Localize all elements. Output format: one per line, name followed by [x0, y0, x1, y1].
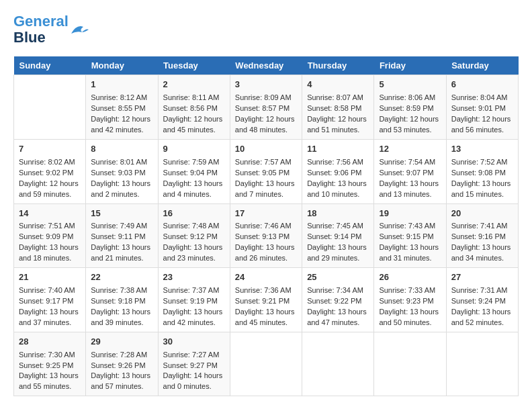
day-info-line: Daylight: 12 hours [307, 114, 369, 125]
calendar-cell: 26Sunrise: 7:33 AMSunset: 9:23 PMDayligh… [374, 268, 446, 332]
day-info-line: and 45 minutes. [235, 318, 297, 328]
day-number: 19 [379, 208, 441, 220]
day-info-line: Sunset: 9:12 PM [163, 232, 225, 242]
day-info-line: Daylight: 13 hours [19, 307, 81, 318]
day-info-line: Sunrise: 8:02 AM [19, 157, 81, 168]
day-number: 6 [451, 79, 513, 91]
day-info-line: Daylight: 13 hours [451, 179, 513, 189]
calendar-header-row: SundayMondayTuesdayWednesdayThursdayFrid… [14, 56, 519, 75]
day-info-line: and 42 minutes. [91, 125, 152, 136]
day-info-line: Daylight: 13 hours [91, 179, 152, 189]
day-info-line: and 2 minutes. [91, 189, 152, 200]
day-info-line: and 23 minutes. [163, 253, 225, 264]
day-info-line: and 37 minutes. [19, 318, 81, 328]
day-info-line: and 7 minutes. [235, 189, 297, 200]
calendar-cell: 16Sunrise: 7:48 AMSunset: 9:12 PMDayligh… [158, 203, 230, 268]
day-number: 3 [235, 79, 297, 91]
day-header-wednesday: Wednesday [230, 56, 302, 75]
day-info-line: Sunrise: 8:09 AM [235, 93, 297, 103]
calendar-cell: 15Sunrise: 7:49 AMSunset: 9:11 PMDayligh… [86, 203, 158, 268]
day-info-line: Sunset: 9:23 PM [379, 296, 441, 307]
day-info-line: and 51 minutes. [307, 125, 369, 136]
day-info-line: and 55 minutes. [19, 381, 81, 392]
day-info-line: Sunrise: 8:01 AM [91, 157, 152, 168]
calendar-cell: 7Sunrise: 8:02 AMSunset: 9:02 PMDaylight… [14, 139, 86, 203]
calendar-cell: 28Sunrise: 7:30 AMSunset: 9:25 PMDayligh… [14, 332, 86, 396]
day-info-line: Sunrise: 7:33 AM [379, 285, 441, 296]
calendar-cell [374, 332, 446, 396]
calendar-week-row: 14Sunrise: 7:51 AMSunset: 9:09 PMDayligh… [14, 203, 519, 268]
day-number: 28 [19, 336, 81, 349]
day-info-line: Sunrise: 7:52 AM [451, 157, 513, 168]
day-number: 29 [91, 336, 152, 349]
calendar-cell: 30Sunrise: 7:27 AMSunset: 9:27 PMDayligh… [158, 332, 230, 396]
day-info-line: Sunset: 8:55 PM [91, 103, 152, 114]
logo: GeneralBlue [13, 13, 90, 46]
day-info-line: Daylight: 14 hours [163, 371, 225, 381]
day-info-line: Daylight: 13 hours [451, 307, 513, 318]
day-info-line: Daylight: 13 hours [379, 179, 441, 189]
day-number: 25 [307, 271, 369, 284]
day-info-line: Sunset: 9:22 PM [307, 296, 369, 307]
calendar-cell: 11Sunrise: 7:56 AMSunset: 9:06 PMDayligh… [302, 139, 374, 203]
day-info-line: Daylight: 13 hours [91, 371, 152, 381]
day-number: 26 [379, 271, 441, 284]
day-info-line: Daylight: 12 hours [451, 114, 513, 125]
day-info-line: Sunset: 9:01 PM [451, 103, 513, 114]
day-info-line: Sunrise: 7:43 AM [379, 221, 441, 232]
day-info-line: Sunset: 9:09 PM [19, 232, 81, 242]
day-info-line: and 59 minutes. [19, 189, 81, 200]
logo-bird-icon [70, 21, 90, 38]
day-info-line: Sunset: 9:21 PM [235, 296, 297, 307]
day-info-line: Sunset: 9:03 PM [91, 168, 152, 179]
calendar-cell: 25Sunrise: 7:34 AMSunset: 9:22 PMDayligh… [302, 268, 374, 332]
day-info-line: and 39 minutes. [91, 318, 152, 328]
day-info-line: and 53 minutes. [379, 125, 441, 136]
day-info-line: Sunset: 9:05 PM [235, 168, 297, 179]
day-info-line: Sunset: 9:07 PM [379, 168, 441, 179]
day-number: 15 [91, 208, 152, 220]
calendar-cell [302, 332, 374, 396]
day-info-line: and 45 minutes. [163, 125, 225, 136]
day-info-line: and 50 minutes. [379, 318, 441, 328]
calendar-week-row: 28Sunrise: 7:30 AMSunset: 9:25 PMDayligh… [14, 332, 519, 396]
day-info-line: Sunrise: 8:07 AM [307, 93, 369, 103]
day-info-line: Sunset: 9:19 PM [163, 296, 225, 307]
day-info-line: Sunset: 9:24 PM [451, 296, 513, 307]
day-info-line: Daylight: 13 hours [163, 242, 225, 253]
calendar-cell: 29Sunrise: 7:28 AMSunset: 9:26 PMDayligh… [86, 332, 158, 396]
calendar-table: SundayMondayTuesdayWednesdayThursdayFrid… [13, 56, 519, 396]
calendar-cell: 22Sunrise: 7:38 AMSunset: 9:18 PMDayligh… [86, 268, 158, 332]
day-info-line: and 15 minutes. [451, 189, 513, 200]
day-info-line: Daylight: 13 hours [163, 307, 225, 318]
day-info-line: Daylight: 12 hours [235, 114, 297, 125]
day-header-monday: Monday [86, 56, 158, 75]
day-info-line: Daylight: 13 hours [19, 371, 81, 381]
calendar-cell: 27Sunrise: 7:31 AMSunset: 9:24 PMDayligh… [446, 268, 518, 332]
day-info-line: Sunset: 8:57 PM [235, 103, 297, 114]
calendar-cell: 14Sunrise: 7:51 AMSunset: 9:09 PMDayligh… [14, 203, 86, 268]
day-info-line: Sunrise: 8:11 AM [163, 93, 225, 103]
day-info-line: and 34 minutes. [451, 253, 513, 264]
day-info-line: Sunset: 9:13 PM [235, 232, 297, 242]
day-info-line: and 42 minutes. [163, 318, 225, 328]
calendar-cell [14, 75, 86, 140]
calendar-cell: 3Sunrise: 8:09 AMSunset: 8:57 PMDaylight… [230, 75, 302, 140]
day-info-line: Sunrise: 7:45 AM [307, 221, 369, 232]
day-info-line: Sunrise: 7:49 AM [91, 221, 152, 232]
day-info-line: Sunrise: 8:12 AM [91, 93, 152, 103]
calendar-cell: 2Sunrise: 8:11 AMSunset: 8:56 PMDaylight… [158, 75, 230, 140]
calendar-cell: 24Sunrise: 7:36 AMSunset: 9:21 PMDayligh… [230, 268, 302, 332]
day-number: 27 [451, 271, 513, 284]
calendar-cell: 17Sunrise: 7:46 AMSunset: 9:13 PMDayligh… [230, 203, 302, 268]
day-number: 10 [235, 143, 297, 156]
day-number: 7 [19, 143, 81, 156]
calendar-cell: 21Sunrise: 7:40 AMSunset: 9:17 PMDayligh… [14, 268, 86, 332]
day-info-line: Sunset: 9:18 PM [91, 296, 152, 307]
day-info-line: Daylight: 13 hours [307, 307, 369, 318]
day-info-line: Sunrise: 7:41 AM [451, 221, 513, 232]
day-info-line: Sunset: 9:11 PM [91, 232, 152, 242]
calendar-cell: 13Sunrise: 7:52 AMSunset: 9:08 PMDayligh… [446, 139, 518, 203]
day-info-line: Sunset: 9:17 PM [19, 296, 81, 307]
day-info-line: Sunset: 8:58 PM [307, 103, 369, 114]
